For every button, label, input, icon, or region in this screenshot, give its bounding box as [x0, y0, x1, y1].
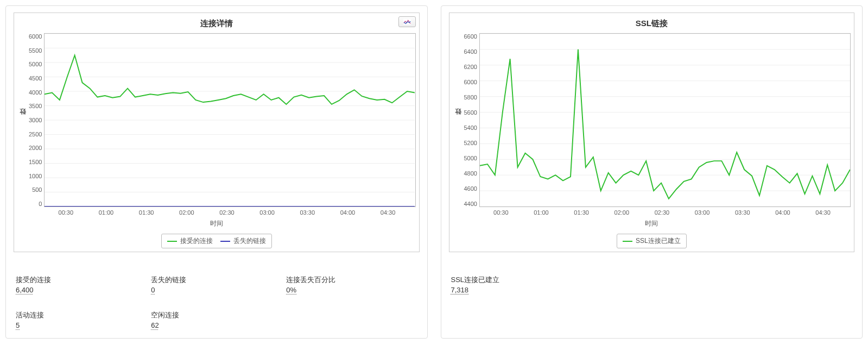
xticks-right: 00:3001:0001:3002:0002:3003:0003:3004:00… — [489, 207, 851, 216]
legend-label: 接受的连接 — [180, 236, 213, 246]
stats-left: 接受的连接 6,400 丢失的链接 0 连接丢失百分比 0% 活动连接 5 空闲… — [14, 275, 420, 329]
panel-connections: 连接详情 计数 60005500500045004000350030002500… — [5, 5, 428, 339]
yticks-right: 6600640062006000580056005400520050004800… — [464, 33, 479, 207]
legend-label: 丢失的链接 — [233, 236, 266, 246]
legend-label: SSL连接已建立 — [636, 236, 681, 246]
stat-drop-pct: 连接丢失百分比 0% — [286, 275, 417, 294]
legend-item-dropped[interactable]: 丢失的链接 — [220, 236, 266, 246]
yticks-left: 6000550050004500400035003000250020001500… — [29, 33, 44, 207]
legend-item-ssl[interactable]: SSL连接已建立 — [623, 236, 681, 246]
chart-title-left: 连接详情 — [17, 18, 416, 29]
chart-export-button[interactable] — [398, 16, 416, 27]
chart-area-right: SSL链接 计数 6600640062006000580056005400520… — [449, 12, 855, 252]
ylabel-left: 计数 — [17, 33, 29, 207]
plot-left — [44, 33, 415, 207]
chart-tool-icon — [403, 18, 411, 25]
legend-right: SSL连接已建立 — [617, 234, 687, 248]
stat-dropped: 丢失的链接 0 — [151, 275, 282, 294]
xlabel-right: 时间 — [453, 219, 851, 228]
stat-accepted: 接受的连接 6,400 — [16, 275, 147, 294]
panel-ssl: SSL链接 计数 6600640062006000580056005400520… — [441, 5, 863, 339]
xlabel-left: 时间 — [17, 219, 416, 228]
stat-active: 活动连接 5 — [16, 310, 147, 329]
xticks-left: 00:3001:0001:3002:0002:3003:0003:3004:00… — [53, 207, 416, 216]
chart-title-right: SSL链接 — [453, 18, 851, 29]
stat-ssl-established: SSL连接已建立 7,318 — [451, 275, 582, 294]
chart-area-left: 连接详情 计数 60005500500045004000350030002500… — [14, 12, 420, 252]
legend-item-accepted[interactable]: 接受的连接 — [167, 236, 213, 246]
ylabel-right: 计数 — [453, 33, 464, 207]
plot-right — [479, 33, 851, 207]
stat-idle: 空闲连接 62 — [151, 310, 282, 329]
legend-left: 接受的连接 丢失的链接 — [161, 234, 272, 248]
stats-right: SSL连接已建立 7,318 — [449, 275, 855, 294]
